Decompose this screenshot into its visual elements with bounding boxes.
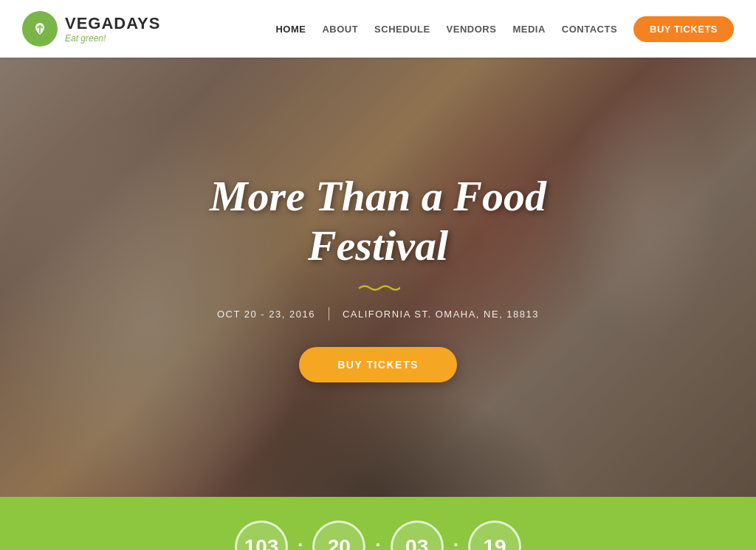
countdown-hours-value: 20 xyxy=(312,520,365,550)
nav-schedule[interactable]: SCHEDULE xyxy=(374,24,430,35)
logo-text: VEGADAYS Eat green! xyxy=(65,14,160,44)
nav-vendors[interactable]: VENDORS xyxy=(447,24,497,35)
countdown-days-value: 103 xyxy=(235,520,288,550)
buy-tickets-header-button[interactable]: BUY TICKETS xyxy=(633,16,734,42)
nav-media[interactable]: MEDIA xyxy=(512,24,545,35)
logo-name: VEGADAYS xyxy=(65,14,160,33)
logo[interactable]: VEGADAYS Eat green! xyxy=(22,11,160,47)
site-header: VEGADAYS Eat green! HOME ABOUT SCHEDULE … xyxy=(0,0,756,58)
hero-title-line1: More Than a Food xyxy=(210,172,546,220)
countdown-seconds-value: 19 xyxy=(468,520,521,550)
countdown-hours: 20 HOURS xyxy=(312,520,365,550)
logo-icon xyxy=(22,11,58,47)
countdown-colon-3: : xyxy=(453,535,459,550)
hero-location: CALIFORNIA ST. OMAHA, NE, 18813 xyxy=(343,309,539,320)
logo-tagline: Eat green! xyxy=(65,33,160,44)
countdown-days: 103 DAYS xyxy=(235,520,288,550)
hero-meta-divider xyxy=(329,307,329,320)
hero-title-line2: Festival xyxy=(308,221,448,269)
nav-contacts[interactable]: CONTACTS xyxy=(562,24,617,35)
countdown-minutes-value: 03 xyxy=(391,520,444,550)
hero-section: More Than a Food Festival OCT 20 - 23, 2… xyxy=(0,58,756,497)
nav-home[interactable]: HOME xyxy=(275,24,306,35)
hero-squiggle-icon xyxy=(356,283,400,292)
countdown-colon-1: : xyxy=(297,535,303,550)
hero-content: More Than a Food Festival OCT 20 - 23, 2… xyxy=(210,172,546,382)
nav-about[interactable]: ABOUT xyxy=(322,24,358,35)
hero-meta: OCT 20 - 23, 2016 CALIFORNIA ST. OMAHA, … xyxy=(210,307,546,320)
countdown-minutes: 03 MINUTES xyxy=(391,520,444,550)
main-nav: HOME ABOUT SCHEDULE VENDORS MEDIA CONTAC… xyxy=(275,16,734,42)
buy-tickets-hero-button[interactable]: BUY TICKETS xyxy=(299,347,457,382)
hero-title: More Than a Food Festival xyxy=(210,172,546,270)
countdown-section: 103 DAYS : 20 HOURS : 03 MINUTES : 19 SE… xyxy=(0,497,756,550)
countdown-colon-2: : xyxy=(374,535,381,550)
countdown-seconds: 19 SECONDS xyxy=(468,520,521,550)
hero-date: OCT 20 - 23, 2016 xyxy=(217,309,315,320)
